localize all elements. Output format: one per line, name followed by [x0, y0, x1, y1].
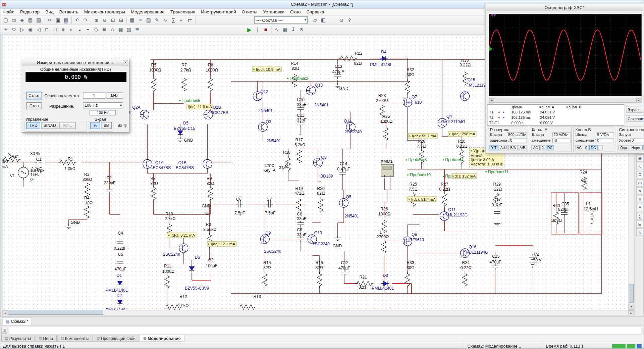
label-1000Ω[interactable]: 1000Ω [378, 212, 390, 216]
print-icon[interactable]: ▤ [26, 16, 34, 24]
bode-plotter-icon[interactable]: ≋ [636, 187, 644, 195]
label-R4[interactable]: R4 [84, 196, 90, 200]
run-icon[interactable]: ▶ [245, 26, 253, 34]
stop-button[interactable]: Стоп [26, 102, 42, 109]
label-2.7kΩ[interactable]: 2.7kΩ [165, 216, 175, 221]
thd-screen-%[interactable]: % [90, 122, 100, 129]
label-8Ω[interactable]: 8Ω [581, 178, 587, 182]
place-hierarchical-icon[interactable]: ▧ [125, 26, 133, 34]
tab-schema2[interactable]: ▤ Схема2 * [2, 318, 32, 325]
label-R29[interactable]: R29 [493, 182, 501, 186]
menu-Инструментарий[interactable]: Инструментарий [198, 9, 239, 15]
label-7.5Ω[interactable]: 7.5Ω [409, 187, 417, 191]
label-1[interactable]: 1 [379, 230, 382, 234]
scope-scrollbar[interactable]: ◄ ► [489, 98, 642, 103]
label-R32[interactable]: R32 [407, 67, 414, 72]
menu-Редактор[interactable]: Редактор [17, 9, 42, 15]
label-1000Ω[interactable]: 1000Ω [149, 68, 161, 72]
label-R33[interactable]: R33 [407, 260, 414, 265]
label-C10[interactable]: C10 [297, 97, 304, 102]
label-IRF9610[interactable]: IRF9610 [408, 238, 424, 242]
menu-Справка[interactable]: Справка [304, 9, 327, 15]
label-R17[interactable]: R17 [295, 138, 303, 142]
vertical-scroll-thumb[interactable] [629, 284, 634, 303]
place-source-icon[interactable]: ± [2, 26, 10, 34]
label-PMLL4148L[interactable]: PMLL4148L [106, 288, 128, 292]
label-0.22Ω[interactable]: 0.22Ω [439, 187, 450, 191]
label-Q4[interactable]: Q4 [446, 114, 452, 118]
label-R3[interactable]: R3 [206, 222, 211, 227]
label-R6[interactable]: R6 [208, 63, 213, 67]
label-82Ω[interactable]: 82Ω [150, 181, 158, 186]
cursor-right-icon[interactable]: ► [502, 110, 505, 113]
pause-icon[interactable]: ∥ [254, 26, 262, 34]
label-GND[interactable]: GND [202, 204, 211, 208]
label-XMM1[interactable]: XMM1 [381, 159, 392, 163]
label-1.0kΩ[interactable]: 1.0kΩ [178, 303, 189, 308]
label-31 %[interactable]: 31 % [279, 165, 288, 170]
label-C12[interactable]: C12 [341, 260, 348, 265]
thd-mode-SINAD[interactable]: SINAD [41, 122, 58, 129]
label-C14[interactable]: C14 [340, 161, 347, 166]
label-2N5401[interactable]: 2N5401 [314, 103, 329, 107]
zoom-in-icon[interactable]: ⊕ [93, 16, 101, 24]
label-0.22Ω[interactable]: 0.22Ω [456, 144, 467, 148]
mode--[interactable]: - [598, 145, 602, 150]
design-toolbox-icon[interactable]: ▦ [128, 16, 136, 24]
label-470µF[interactable]: 470µF [115, 267, 126, 271]
cursor-right-icon[interactable]: ► [502, 116, 505, 119]
label-у=А[interactable]: у=А [2, 164, 8, 169]
label-220pF[interactable]: 220pF [104, 181, 116, 185]
place-mcu-icon[interactable]: ▦ [117, 26, 125, 34]
label-V1[interactable]: V1 [10, 173, 15, 178]
label-Q13[interactable]: Q13 [315, 83, 323, 87]
label-2N5401[interactable]: 2N5401 [258, 108, 273, 113]
cursor-left-icon[interactable]: ◄ [497, 116, 500, 119]
search-icon[interactable]: ⊙ [337, 16, 345, 24]
scroll-down-icon[interactable]: ▼ [628, 304, 634, 309]
label-R11[interactable]: R11 [164, 264, 171, 268]
thd-meter-window[interactable]: Измеритель нелинейных искажений-... ✕ Об… [22, 59, 129, 133]
label-R12[interactable]: R12 [179, 294, 187, 299]
label-30Ω[interactable]: 30Ω [407, 72, 414, 77]
mode-Норм.[interactable]: Норм. [630, 145, 643, 150]
label-33kΩ[interactable]: 33kΩ [83, 177, 92, 182]
label-I(dc): 132 mA[interactable]: I(dc): 132 mA [451, 173, 477, 179]
label-2N5401[interactable]: 2N5401 [267, 139, 281, 143]
label-33pF[interactable]: 33pF [297, 102, 306, 107]
label-IRF610[interactable]: IRF610 [408, 100, 422, 104]
label-80 %[interactable]: 80 % [31, 151, 40, 156]
label-Q3[interactable]: Q3 [266, 119, 271, 124]
start-button[interactable]: Старт [26, 92, 42, 99]
label-470Ω[interactable]: 470Ω [265, 163, 275, 168]
label-C35[interactable]: C35 [561, 202, 569, 206]
logic-analyzer-icon[interactable]: ⊞ [636, 220, 644, 228]
label-82Ω[interactable]: 82Ω [359, 285, 366, 289]
label-Q6[interactable]: Q6 [412, 232, 417, 237]
label-Q2A[interactable]: Q2A [132, 105, 141, 109]
group-row-value[interactable]: 0 [509, 138, 527, 143]
iv-analyzer-icon[interactable]: ◇ [636, 229, 644, 236]
label-82Ω[interactable]: 82Ω [315, 265, 323, 270]
label-PMLL4148L[interactable]: PMLL4148L [372, 286, 394, 290]
menu-Микроконтроллеры[interactable]: Микроконтроллеры [81, 9, 128, 15]
label-R10[interactable]: R10 [165, 212, 173, 216]
label-D1[interactable]: D1 [117, 273, 122, 278]
label-R30[interactable]: R30 [461, 58, 469, 62]
label-C13[interactable]: C13 [335, 64, 342, 68]
place-ttl-icon[interactable]: ⊓ [43, 26, 51, 34]
place-misc-digital-icon[interactable]: ≡ [59, 26, 67, 34]
label-0.22Ω[interactable]: 0.22Ω [460, 63, 471, 67]
label-0.47µF[interactable]: 0.47µF [337, 167, 350, 171]
label-0°[interactable]: 0° [31, 177, 35, 182]
menu-Вид[interactable]: Вид [43, 9, 57, 15]
label-1000Ω[interactable]: 1000Ω [380, 119, 392, 123]
place-rf-icon[interactable]: ≋ [100, 26, 108, 34]
label-GND[interactable]: GND [71, 220, 80, 225]
postprocessor-icon[interactable]: ∑ [169, 16, 177, 24]
label-MJL21194G[interactable]: MJL21194G [466, 250, 488, 254]
label-3.55kΩ[interactable]: 3.55kΩ [203, 227, 216, 232]
fundamental-freq-input[interactable]: 1 [83, 93, 105, 99]
label-C6[interactable]: C6 [236, 197, 241, 201]
horizontal-scrollbar[interactable]: ◄ ► [2, 310, 635, 315]
